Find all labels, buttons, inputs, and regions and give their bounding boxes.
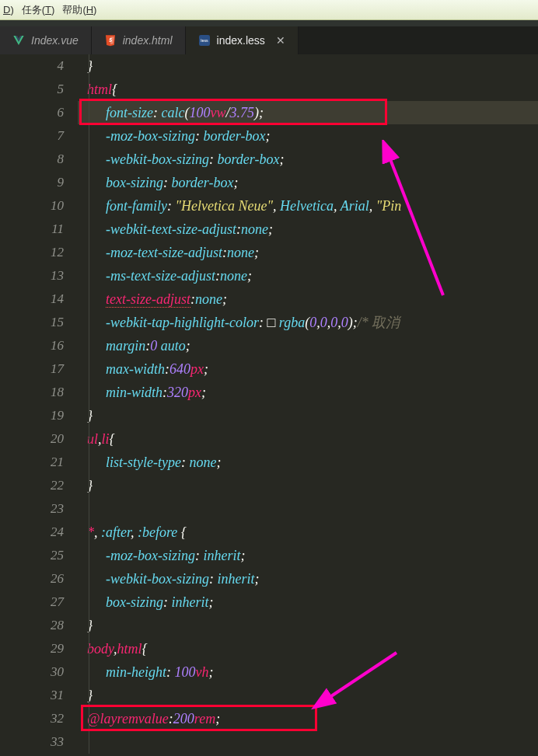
line-number: 4 bbox=[0, 54, 64, 78]
token: vh bbox=[196, 664, 209, 680]
token: 0 bbox=[320, 315, 327, 330]
line-number: 6 bbox=[0, 101, 64, 124]
token: -webkit-box-sizing bbox=[106, 152, 209, 167]
code-line[interactable]: } bbox=[78, 404, 538, 427]
line-number: 16 bbox=[0, 334, 64, 357]
token: { bbox=[112, 82, 117, 97]
code-line[interactable]: } bbox=[78, 684, 538, 707]
code-line[interactable]: min-width:320px; bbox=[78, 381, 538, 404]
token: 0 bbox=[309, 315, 316, 330]
code-line[interactable]: box-sizing: border-box; bbox=[78, 171, 538, 194]
code-line[interactable]: list-style-type: none; bbox=[78, 451, 538, 474]
token: □ bbox=[267, 315, 278, 330]
code-line[interactable]: -moz-box-sizing: inherit; bbox=[78, 544, 538, 567]
token: ; bbox=[233, 175, 238, 190]
line-number: 10 bbox=[0, 194, 64, 218]
token: ; bbox=[201, 385, 206, 400]
token: 0 bbox=[341, 315, 348, 330]
tab-index-vue[interactable]: Index.vue bbox=[0, 26, 92, 54]
line-number: 20 bbox=[0, 427, 64, 451]
token: 640 bbox=[169, 361, 190, 377]
token: ); bbox=[348, 315, 358, 330]
line-number: 18 bbox=[0, 381, 64, 404]
token: 100 bbox=[175, 664, 196, 680]
token: , bbox=[131, 524, 138, 540]
token: :before bbox=[138, 524, 177, 540]
line-number: 13 bbox=[0, 264, 64, 287]
code-line[interactable]: @layremvalue:200rem; bbox=[78, 707, 538, 730]
token: /* 取消 bbox=[358, 315, 400, 330]
token: 100 bbox=[189, 105, 210, 120]
menu-item-tasks[interactable]: 任务(T) bbox=[22, 3, 55, 17]
token: box-sizing bbox=[106, 175, 163, 190]
line-number: 33 bbox=[0, 730, 64, 754]
code-line[interactable]: margin:0 auto; bbox=[78, 334, 538, 357]
code-line[interactable]: } bbox=[78, 54, 538, 78]
line-number: 8 bbox=[0, 148, 64, 171]
code-line[interactable]: font-family: "Helvetica Neue", Helvetica… bbox=[78, 194, 538, 218]
code-line[interactable]: -webkit-box-sizing: border-box; bbox=[78, 148, 538, 171]
token: -webkit-text-size-adjust bbox=[106, 221, 236, 237]
token: : bbox=[195, 128, 204, 144]
token: auto bbox=[157, 338, 186, 354]
code-line[interactable]: -webkit-text-size-adjust:none; bbox=[78, 218, 538, 241]
line-number: 7 bbox=[0, 124, 64, 148]
token: Arial bbox=[341, 198, 369, 214]
token: border-box bbox=[204, 128, 266, 144]
token: : bbox=[181, 455, 190, 470]
code-line[interactable]: text-size-adjust:none; bbox=[78, 287, 538, 311]
code-area[interactable]: }html{font-size: calc(100vw/3.75);-moz-b… bbox=[78, 54, 538, 756]
token: body bbox=[87, 641, 114, 657]
code-line[interactable]: -webkit-box-sizing: inherit; bbox=[78, 567, 538, 591]
code-line[interactable] bbox=[78, 497, 538, 521]
line-number: 5 bbox=[0, 78, 64, 101]
code-editor[interactable]: 4567891011121314151617181920212223242526… bbox=[0, 54, 538, 756]
os-menu-bar: D) 任务(T) 帮助(H) bbox=[0, 0, 538, 20]
menu-item-d[interactable]: D) bbox=[3, 4, 14, 16]
tab-index-html[interactable]: 5 index.html bbox=[92, 26, 186, 54]
code-line[interactable]: *, :after, :before { bbox=[78, 521, 538, 544]
token: "Pin bbox=[376, 198, 402, 214]
token: } bbox=[87, 688, 93, 703]
token: none bbox=[220, 268, 247, 284]
token: : bbox=[163, 594, 172, 610]
code-line[interactable] bbox=[78, 730, 538, 754]
code-line[interactable]: box-sizing: inherit; bbox=[78, 591, 538, 614]
token: } bbox=[87, 58, 93, 74]
code-line[interactable]: -moz-text-size-adjust:none; bbox=[78, 241, 538, 264]
code-line[interactable]: body,html{ bbox=[78, 637, 538, 660]
token: -moz-text-size-adjust bbox=[106, 245, 222, 260]
code-line[interactable]: -ms-text-size-adjust:none; bbox=[78, 264, 538, 287]
line-number-gutter: 4567891011121314151617181920212223242526… bbox=[0, 54, 78, 756]
line-number: 26 bbox=[0, 567, 64, 591]
token: box-sizing bbox=[106, 594, 163, 610]
code-line[interactable]: max-width:640px; bbox=[78, 357, 538, 381]
tab-index-less[interactable]: less index.less ✕ bbox=[186, 26, 299, 54]
token: rem bbox=[194, 711, 215, 726]
line-number: 11 bbox=[0, 218, 64, 241]
token: "Helvetica Neue" bbox=[176, 198, 274, 214]
code-line[interactable]: -moz-box-sizing: border-box; bbox=[78, 124, 538, 148]
token: 3.75 bbox=[230, 105, 255, 120]
token: } bbox=[87, 478, 93, 493]
token: } bbox=[87, 618, 93, 633]
code-line[interactable]: font-size: calc(100vw/3.75); bbox=[78, 101, 538, 124]
menu-item-help[interactable]: 帮助(H) bbox=[62, 3, 96, 17]
code-line[interactable]: min-height: 100vh; bbox=[78, 660, 538, 684]
code-line[interactable]: } bbox=[78, 474, 538, 497]
token: -moz-box-sizing bbox=[106, 128, 195, 144]
token: px bbox=[190, 361, 204, 377]
code-line[interactable]: } bbox=[78, 614, 538, 637]
token: : bbox=[209, 152, 218, 167]
code-line[interactable]: -webkit-tap-highlight-color: □ rgba(0,0,… bbox=[78, 311, 538, 334]
token: max-width bbox=[106, 361, 165, 377]
close-icon[interactable]: ✕ bbox=[276, 34, 285, 47]
token: none bbox=[227, 245, 254, 260]
token: : bbox=[166, 664, 175, 680]
code-line[interactable]: html{ bbox=[78, 78, 538, 101]
tab-label: index.less bbox=[217, 34, 265, 47]
html-icon: 5 bbox=[104, 34, 117, 47]
token: } bbox=[87, 408, 93, 423]
token: , bbox=[334, 198, 341, 214]
code-line[interactable]: ul,li{ bbox=[78, 427, 538, 451]
